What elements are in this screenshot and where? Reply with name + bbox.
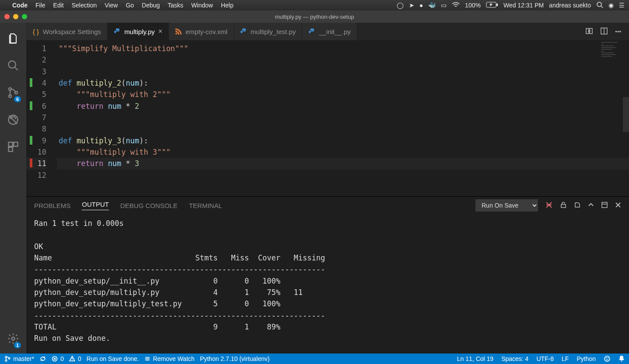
tray-location-icon[interactable]: ➤ — [409, 2, 414, 9]
tray-spotlight-icon[interactable] — [596, 1, 603, 10]
clear-output-icon[interactable] — [545, 201, 553, 210]
tray-user[interactable]: andreas suekto — [549, 2, 591, 9]
editor-zone: { } Workspace Settings multiply.py × emp… — [26, 23, 629, 354]
tab-init-py[interactable]: __init__.py — [302, 23, 357, 40]
more-actions-icon[interactable]: ••• — [615, 28, 621, 35]
code-area[interactable]: """Simplify Multiplication""" def multip… — [57, 40, 629, 196]
app-name[interactable]: Code — [12, 2, 28, 9]
svg-point-42 — [606, 358, 607, 358]
svg-point-6 — [9, 88, 11, 90]
explorer-icon[interactable] — [3, 28, 24, 49]
scrollbar-thumb[interactable] — [623, 97, 629, 132]
notifications-icon[interactable] — [619, 355, 625, 362]
svg-point-16 — [242, 29, 243, 29]
panel-tab-terminal[interactable]: TERMINAL — [189, 202, 222, 209]
activity-bar: 6 1 — [0, 23, 26, 354]
eol[interactable]: LF — [562, 355, 569, 362]
status-message: Run on Save done. — [87, 355, 139, 362]
svg-point-17 — [311, 29, 311, 29]
output-content[interactable]: Ran 1 test in 0.000s OK Name Stmts Miss … — [26, 214, 629, 354]
error-icon — [52, 356, 58, 362]
tab-workspace-settings[interactable]: { } Workspace Settings — [26, 23, 108, 40]
settings-gear-icon[interactable]: 1 — [3, 328, 24, 349]
branch-icon — [4, 356, 10, 362]
warning-icon — [69, 356, 75, 362]
collapse-panel-icon[interactable] — [588, 202, 594, 209]
macos-menubar: Code File Edit Selection View Go Debug T… — [0, 0, 629, 10]
tab-multiply-test-py[interactable]: multiply_test.py — [234, 23, 302, 40]
svg-line-3 — [601, 6, 603, 8]
panel-tabs: PROBLEMS OUTPUT DEBUG CONSOLE TERMINAL R… — [26, 197, 629, 214]
menu-selection[interactable]: Selection — [72, 2, 97, 9]
extensions-icon[interactable] — [3, 136, 24, 157]
menu-tasks[interactable]: Tasks — [168, 2, 183, 9]
tray-siri-icon[interactable]: ◉ — [608, 2, 614, 9]
tray-display-icon[interactable]: ▭ — [441, 2, 447, 9]
output-channel-select[interactable]: Run On Save — [475, 199, 538, 211]
menu-view[interactable]: View — [105, 2, 118, 9]
close-window-button[interactable] — [4, 14, 10, 19]
python-icon — [240, 28, 247, 35]
scm-icon[interactable]: 6 — [3, 82, 24, 103]
svg-point-31 — [5, 360, 7, 361]
line-number-gutter: 123456789101112 — [26, 40, 57, 196]
minimize-window-button[interactable] — [13, 14, 18, 19]
menu-go[interactable]: Go — [126, 2, 134, 9]
warnings-count[interactable]: 0 — [69, 355, 81, 362]
errors-count[interactable]: 0 — [52, 355, 64, 362]
svg-rect-10 — [9, 142, 13, 146]
tray-notification-icon[interactable]: ☰ — [619, 2, 625, 9]
panel-tab-output[interactable]: OUTPUT — [82, 201, 109, 210]
tray-circle-icon[interactable]: ◯ — [397, 2, 404, 9]
language-mode[interactable]: Python — [577, 355, 596, 362]
compare-changes-icon[interactable] — [585, 27, 593, 36]
sync-button[interactable] — [39, 356, 46, 362]
tray-battery-pct: 100% — [465, 2, 481, 9]
minimap[interactable] — [600, 41, 628, 72]
remove-watch-action[interactable]: Remove Watch — [144, 355, 195, 362]
tab-multiply-py[interactable]: multiply.py × — [108, 23, 169, 40]
svg-point-30 — [5, 356, 7, 358]
zoom-window-button[interactable] — [22, 14, 27, 19]
svg-point-43 — [608, 358, 608, 358]
python-interpreter[interactable]: Python 2.7.10 (virtualenv) — [200, 355, 270, 362]
debug-icon[interactable] — [3, 109, 24, 130]
menu-help[interactable]: Help — [221, 2, 234, 9]
cursor-position[interactable]: Ln 11, Col 19 — [457, 355, 493, 362]
menu-window[interactable]: Window — [191, 2, 213, 9]
svg-line-5 — [15, 67, 18, 70]
tab-empty-cov-xml[interactable]: empty-cov.xml — [169, 23, 234, 40]
tab-label: __init__.py — [319, 28, 351, 35]
python-icon — [308, 28, 315, 35]
split-editor-icon[interactable] — [600, 27, 608, 36]
feedback-icon[interactable] — [604, 355, 611, 362]
maximize-panel-icon[interactable] — [601, 201, 608, 210]
tab-label: multiply_test.py — [251, 28, 296, 35]
menu-edit[interactable]: Edit — [53, 2, 64, 9]
panel-tab-problems[interactable]: PROBLEMS — [34, 202, 70, 209]
svg-point-37 — [72, 360, 73, 361]
tray-clock[interactable]: Wed 12:31 PM — [503, 2, 544, 9]
tray-battery-icon[interactable] — [486, 2, 498, 9]
close-panel-icon[interactable] — [615, 202, 621, 209]
scm-badge: 6 — [14, 96, 21, 102]
editor-body[interactable]: 123456789101112 """Simplify Multiplicati… — [26, 40, 629, 196]
tray-line-icon[interactable]: ● — [419, 2, 423, 9]
panel-tab-debug-console[interactable]: DEBUG CONSOLE — [120, 202, 178, 209]
braces-icon: { } — [32, 28, 39, 35]
indentation[interactable]: Spaces: 4 — [501, 355, 528, 362]
workbench: 6 1 { } Workspace Settings multiply.py — [0, 23, 629, 354]
tray-docker-icon[interactable]: 🐳 — [428, 2, 436, 9]
menu-file[interactable]: File — [35, 2, 45, 9]
search-icon[interactable] — [3, 55, 24, 76]
window-titlebar: multiply.py — python-dev-setup — [0, 10, 629, 23]
tab-label: Workspace Settings — [43, 28, 101, 35]
encoding[interactable]: UTF-8 — [536, 355, 554, 362]
open-file-icon[interactable] — [574, 201, 581, 210]
lock-scroll-icon[interactable] — [560, 201, 567, 210]
settings-badge: 1 — [14, 342, 21, 348]
tab-close-icon[interactable]: × — [158, 28, 162, 35]
menu-debug[interactable]: Debug — [142, 2, 160, 9]
git-branch[interactable]: master* — [4, 355, 34, 362]
tray-wifi-icon[interactable] — [452, 2, 460, 9]
